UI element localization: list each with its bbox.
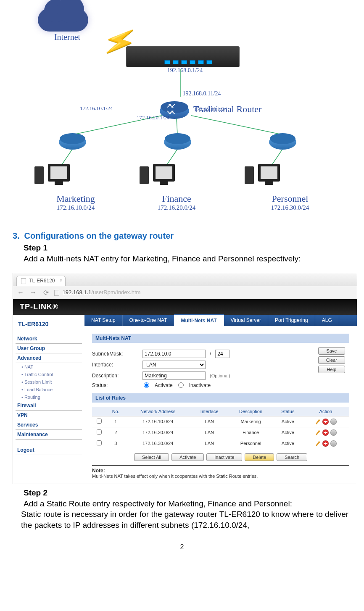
gateway-router-icon: 192.168.0.1/24 — [126, 46, 244, 74]
row-checkbox[interactable] — [97, 429, 102, 435]
description-label: Description: — [92, 373, 138, 379]
delete-icon[interactable] — [330, 419, 337, 425]
disable-icon[interactable] — [322, 419, 329, 425]
help-button[interactable]: Help — [318, 366, 345, 373]
sidebar-item-advanced[interactable]: Advanced — [16, 353, 82, 363]
pc-icon — [252, 164, 286, 182]
disable-icon[interactable] — [322, 429, 329, 436]
tab-nat-setup[interactable]: NAT Setup — [84, 315, 123, 326]
internet-label: Internet — [38, 32, 97, 42]
svg-line-6 — [271, 149, 282, 166]
trouter-ip-left: 172.16.10.1/24 — [80, 105, 113, 112]
switch-icon — [59, 134, 86, 150]
tab-port-triggering[interactable]: Port Triggering — [268, 315, 315, 326]
edit-icon[interactable] — [314, 440, 321, 447]
page-number: 2 — [13, 543, 351, 551]
page-icon — [54, 290, 59, 296]
subnet-label: Subnet/Mask: — [92, 351, 138, 357]
tab-virtual-server[interactable]: Virtual Server — [224, 315, 268, 326]
mask-input[interactable] — [215, 350, 229, 358]
sidebar-item-maintenance[interactable]: Maintenance — [16, 430, 82, 440]
note-text: Multi-Nets NAT takes effect only when it… — [92, 474, 349, 479]
page-icon — [21, 278, 26, 284]
step2-line1: Add a Static Route entry respectively fo… — [24, 498, 351, 509]
interface-select[interactable]: LAN — [142, 361, 206, 369]
internet-cloud-icon: Internet — [38, 8, 97, 46]
panel-heading-rules: List of Rules — [92, 393, 349, 403]
reload-button[interactable]: ⟳ — [42, 289, 50, 297]
step1-text: Add a Multi-nets NAT entry for Marketing… — [24, 253, 351, 264]
dept-finance: Finance 172.16.20.0/24 — [143, 193, 210, 211]
sidebar-item-logout[interactable]: Logout — [16, 445, 82, 455]
network-diagram: Internet ⚡ 192.168.0.1/24 192.168.0.11/2… — [21, 8, 349, 219]
browser-window: TL-ER6120 × ← → ⟳ 192.168.1.1/userRpm/In… — [13, 273, 357, 484]
gateway-ip-label: 192.168.0.1/24 — [126, 67, 244, 74]
optional-label: (Optional) — [210, 373, 230, 378]
sidebar: TL-ER6120 Network User Group Advanced NA… — [13, 315, 84, 484]
dept-personnel: Personnel 172.16.30.0/24 — [256, 193, 324, 211]
back-button[interactable]: ← — [16, 289, 25, 296]
save-button[interactable]: Save — [318, 347, 345, 355]
svg-line-5 — [166, 149, 177, 166]
step1-heading: Step 1 — [24, 243, 351, 253]
forward-button[interactable]: → — [29, 289, 37, 296]
search-button[interactable]: Search — [277, 453, 307, 461]
svg-line-4 — [61, 149, 72, 166]
close-tab-icon[interactable]: × — [60, 278, 62, 283]
disable-icon[interactable] — [322, 440, 329, 447]
clear-button[interactable]: Clear — [318, 356, 345, 364]
model-label: TL-ER6120 — [18, 321, 82, 327]
switch-icon — [164, 134, 191, 150]
delete-button[interactable]: Delete — [245, 453, 274, 461]
sidebar-item-services[interactable]: Services — [16, 420, 82, 430]
interface-label: Interface: — [92, 362, 138, 368]
panel-heading-multinets: Multi-Nets NAT — [92, 334, 349, 343]
sidebar-sub-traffic[interactable]: Traffic Control — [16, 371, 82, 378]
row-checkbox[interactable] — [97, 419, 102, 424]
edit-icon[interactable] — [314, 429, 321, 436]
dept-marketing: Marketing 172.16.10.0/24 — [42, 193, 109, 211]
sidebar-sub-load[interactable]: Load Balance — [16, 386, 82, 393]
pc-icon — [147, 164, 181, 182]
sidebar-sub-session[interactable]: Session Limit — [16, 378, 82, 386]
table-row: 3172.16.30.0/24LANPersonnelActive — [92, 438, 349, 449]
step2-line2: Static route is necessary in order for t… — [21, 509, 351, 530]
sidebar-sub-nat[interactable]: NAT — [16, 363, 82, 371]
browser-tab[interactable]: TL-ER6120 × — [16, 276, 66, 286]
sidebar-sub-routing[interactable]: Routing — [16, 393, 82, 401]
tab-alg[interactable]: ALG — [315, 315, 339, 326]
section-heading: 3. Configurations on the gateway router — [13, 231, 351, 241]
pc-icon — [42, 164, 76, 182]
select-all-button[interactable]: Select All — [134, 453, 169, 461]
inactivate-radio[interactable] — [178, 382, 184, 388]
trouter-ip-mid: 172.16.20.1/24 — [137, 114, 169, 121]
sidebar-item-vpn[interactable]: VPN — [16, 411, 82, 420]
edit-icon[interactable] — [314, 419, 321, 425]
step2-heading: Step 2 — [24, 488, 351, 498]
sidebar-item-firewall[interactable]: Firewall — [16, 401, 82, 411]
delete-icon[interactable] — [330, 429, 337, 436]
table-row: 1172.16.10.0/24LANMarketingActive — [92, 416, 349, 427]
trouter-ip-right: 172.16.30.1/24 — [194, 106, 227, 113]
note-heading: Note: — [92, 465, 349, 474]
table-row: 2172.16.20.0/24LANFinanceActive — [92, 427, 349, 438]
row-checkbox[interactable] — [97, 440, 102, 445]
browser-tabbar: TL-ER6120 × — [13, 273, 357, 286]
delete-icon[interactable] — [330, 440, 337, 447]
activate-button[interactable]: Activate — [171, 453, 204, 461]
tabstrip: NAT Setup One-to-One NAT Multi-Nets NAT … — [84, 315, 357, 326]
url-field[interactable]: 192.168.1.1/userRpm/Index.htm — [54, 289, 140, 296]
tab-multi-nets[interactable]: Multi-Nets NAT — [174, 314, 224, 326]
sidebar-item-network[interactable]: Network — [16, 334, 82, 344]
trouter-wan-ip: 192.168.0.11/24 — [135, 90, 269, 97]
rules-table: No. Network Address Interface Descriptio… — [92, 407, 349, 449]
tab-one-to-one[interactable]: One-to-One NAT — [123, 315, 174, 326]
description-input[interactable] — [142, 371, 206, 380]
browser-addressbar: ← → ⟳ 192.168.1.1/userRpm/Index.htm — [13, 286, 357, 299]
brand-logo: TP-LINK® — [13, 299, 357, 315]
sidebar-item-usergroup[interactable]: User Group — [16, 344, 82, 353]
subnet-input[interactable] — [142, 350, 206, 358]
inactivate-button[interactable]: Inactivate — [206, 453, 242, 461]
switch-icon — [269, 134, 296, 150]
activate-radio[interactable] — [144, 382, 149, 388]
